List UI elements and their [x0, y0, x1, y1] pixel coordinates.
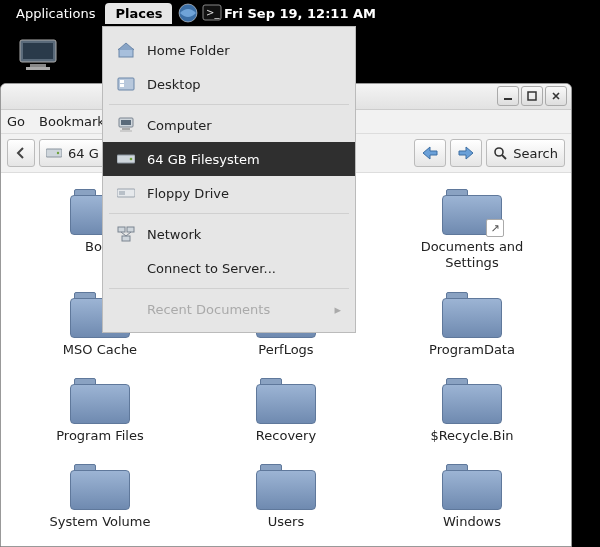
folder-icon: ↗ [442, 187, 502, 235]
computer-icon [117, 116, 135, 134]
places-connect-label: Connect to Server... [147, 261, 276, 276]
svg-rect-6 [30, 64, 46, 67]
places-network[interactable]: Network [103, 217, 355, 251]
places-network-label: Network [147, 227, 201, 242]
places-desktop-label: Desktop [147, 77, 201, 92]
folder-item[interactable]: ProgramData [383, 286, 561, 362]
folder-label: $Recycle.Bin [430, 428, 513, 444]
places-computer-label: Computer [147, 118, 212, 133]
folder-label: Recovery [256, 428, 316, 444]
folder-item[interactable]: Users [197, 458, 375, 534]
floppy-icon [117, 184, 135, 202]
menu-go[interactable]: Go [7, 114, 25, 129]
folder-item[interactable]: $Recycle.Bin [383, 372, 561, 448]
places-64gb-filesystem[interactable]: 64 GB Filesystem [103, 142, 355, 176]
svg-rect-9 [528, 92, 536, 100]
path-crumb[interactable]: 64 G [39, 139, 106, 167]
svg-rect-8 [504, 98, 512, 100]
separator [109, 104, 349, 105]
folder-label: System Volume [50, 514, 151, 530]
places-floppy-label: Floppy Drive [147, 186, 229, 201]
svg-text:>_: >_ [206, 7, 220, 19]
places-computer[interactable]: Computer [103, 108, 355, 142]
svg-rect-27 [127, 227, 134, 232]
svg-rect-10 [46, 149, 62, 157]
places-64gb-label: 64 GB Filesystem [147, 152, 260, 167]
svg-point-11 [57, 152, 59, 154]
folder-item[interactable]: Program Files [11, 372, 189, 448]
folder-label: PerfLogs [258, 342, 313, 358]
drive-icon [117, 150, 135, 168]
places-floppy[interactable]: Floppy Drive [103, 176, 355, 210]
folder-item[interactable]: System Volume [11, 458, 189, 534]
folder-icon [256, 376, 316, 424]
places-connect-server[interactable]: Connect to Server... [103, 251, 355, 285]
submenu-arrow-icon: ▸ [334, 302, 341, 317]
search-button[interactable]: Search [486, 139, 565, 167]
window-controls [497, 86, 567, 106]
folder-label: MSO Cache [63, 342, 137, 358]
folder-label: Windows [443, 514, 501, 530]
folder-icon [70, 376, 130, 424]
folder-icon [442, 290, 502, 338]
close-button[interactable] [545, 86, 567, 106]
svg-rect-14 [119, 49, 133, 57]
folder-label: ProgramData [429, 342, 515, 358]
svg-rect-20 [122, 128, 130, 130]
search-icon [493, 146, 507, 160]
nav-back-button[interactable] [414, 139, 446, 167]
menu-bookmarks[interactable]: Bookmarks [39, 114, 112, 129]
top-panel: Applications Places >_ Fri Sep 19, 12:11… [0, 0, 600, 26]
folder-label: Users [268, 514, 304, 530]
svg-rect-28 [122, 236, 130, 241]
clock[interactable]: Fri Sep 19, 12:11 AM [224, 6, 376, 21]
nav-forward-button[interactable] [450, 139, 482, 167]
desktop-computer-icon[interactable] [16, 38, 60, 72]
svg-rect-7 [26, 67, 50, 70]
folder-icon [442, 376, 502, 424]
svg-rect-26 [118, 227, 125, 232]
browser-launcher-icon[interactable] [178, 3, 198, 23]
svg-rect-5 [23, 43, 53, 59]
folder-item[interactable]: Windows [383, 458, 561, 534]
path-crumb-label: 64 G [68, 146, 99, 161]
back-button[interactable] [7, 139, 35, 167]
folder-label: Documents and Settings [407, 239, 537, 272]
home-icon [117, 41, 135, 59]
folder-item[interactable]: ↗Documents and Settings [383, 183, 561, 276]
terminal-launcher-icon[interactable]: >_ [202, 3, 222, 23]
panel-launchers: >_ [178, 3, 222, 23]
minimize-button[interactable] [497, 86, 519, 106]
svg-rect-21 [120, 130, 132, 132]
svg-line-13 [502, 155, 506, 159]
maximize-button[interactable] [521, 86, 543, 106]
svg-rect-19 [121, 120, 131, 125]
places-menu: Home Folder Desktop Computer 64 GB Files… [102, 26, 356, 333]
folder-item[interactable]: Recovery [197, 372, 375, 448]
desktop-icon [117, 75, 135, 93]
separator [109, 288, 349, 289]
network-icon [117, 225, 135, 243]
folder-icon [442, 462, 502, 510]
svg-rect-25 [119, 191, 125, 195]
menu-applications[interactable]: Applications [6, 3, 105, 24]
drive-icon [46, 147, 62, 159]
search-label: Search [513, 146, 558, 161]
svg-point-12 [495, 148, 503, 156]
svg-point-23 [130, 158, 133, 161]
folder-icon [256, 462, 316, 510]
places-desktop[interactable]: Desktop [103, 67, 355, 101]
places-home[interactable]: Home Folder [103, 33, 355, 67]
folder-label: Program Files [56, 428, 144, 444]
svg-rect-16 [120, 80, 124, 83]
separator [109, 213, 349, 214]
folder-icon [70, 462, 130, 510]
menu-places[interactable]: Places [105, 3, 172, 24]
places-recent-documents: Recent Documents ▸ [103, 292, 355, 326]
places-home-label: Home Folder [147, 43, 230, 58]
svg-rect-22 [117, 155, 135, 163]
svg-rect-17 [120, 84, 124, 87]
places-recent-label: Recent Documents [147, 302, 270, 317]
